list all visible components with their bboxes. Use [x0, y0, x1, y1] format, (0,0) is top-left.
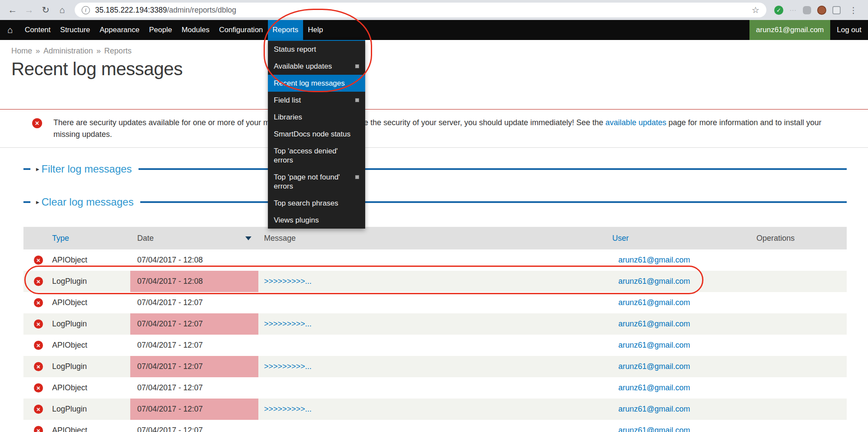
logout-link[interactable]: Log out [830, 20, 868, 40]
user-link[interactable]: arunz61@gmail.com [618, 277, 690, 286]
browser-chrome: ← → ↻ ⌂ i 35.185.222.194:3389/admin/repo… [0, 0, 868, 20]
message-cell [258, 292, 612, 313]
user-cell: arunz61@gmail.com [612, 292, 751, 313]
user-cell: arunz61@gmail.com [612, 356, 751, 377]
dropdown-item-top-page-not-found-errors[interactable]: Top 'page not found' errors [268, 169, 365, 195]
dropdown-item-field-list[interactable]: Field list [268, 92, 365, 109]
toolbar-item-appearance[interactable]: Appearance [95, 20, 145, 40]
operations-cell [751, 313, 847, 335]
toolbar-item-structure[interactable]: Structure [56, 20, 95, 40]
user-link[interactable]: arunz61@gmail.com [618, 405, 690, 413]
dropdown-item-smartdocs-node-status[interactable]: SmartDocs node status [268, 126, 365, 143]
type-cell: ×LogPlugin [23, 271, 130, 292]
breadcrumb-link-administration[interactable]: Administration [43, 47, 93, 55]
clear-fieldset-toggle[interactable]: ▸Clear log messages [36, 196, 134, 208]
extension-check-icon[interactable]: ✓ [774, 6, 783, 15]
site-info-icon[interactable]: i [82, 6, 90, 14]
sort-by-user-link[interactable]: User [612, 234, 629, 243]
bookmark-star-icon[interactable]: ☆ [752, 5, 759, 15]
available-updates-link[interactable]: available updates [605, 118, 666, 127]
extensions-area: ✓ ⋯ ⋮ [771, 5, 864, 15]
sort-by-type-link[interactable]: Type [52, 234, 69, 243]
user-link[interactable]: arunz61@gmail.com [618, 426, 690, 432]
operations-cell [751, 420, 847, 432]
dropdown-item-recent-log-messages[interactable]: Recent log messages [268, 75, 365, 92]
extension-gray-icon[interactable] [803, 6, 811, 14]
log-type: LogPlugin [52, 319, 87, 328]
toolbar-item-content[interactable]: Content [20, 20, 56, 40]
filter-fieldset-toggle[interactable]: ▸Filter log messages [36, 163, 132, 175]
user-link[interactable]: arunz61@gmail.com [618, 319, 690, 328]
log-type: APIObject [52, 298, 87, 307]
toolbar-home-icon[interactable]: ⌂ [0, 20, 20, 40]
type-cell: ×LogPlugin [23, 356, 130, 377]
error-severity-icon: × [34, 341, 43, 350]
extension-square-icon[interactable] [832, 6, 841, 14]
dropdown-item-available-updates[interactable]: Available updates [268, 58, 365, 75]
user-cell: arunz61@gmail.com [612, 420, 751, 432]
user-header: User [612, 227, 751, 249]
log-table-body: ×APIObject07/04/2017 - 12:08arunz61@gmai… [23, 249, 847, 432]
dropdown-item-status-report[interactable]: Status report [268, 41, 365, 58]
date-cell: 07/04/2017 - 12:07 [130, 313, 258, 335]
user-link[interactable]: arunz61@gmail.com [618, 298, 690, 307]
log-message-link[interactable]: >>>>>>>>>... [264, 319, 312, 328]
dropdown-item-libraries[interactable]: Libraries [268, 109, 365, 126]
fieldset-line [139, 168, 847, 170]
user-cell: arunz61@gmail.com [612, 377, 751, 399]
browser-menu-icon[interactable]: ⋮ [847, 5, 860, 15]
error-severity-icon: × [34, 298, 43, 307]
dropdown-item-views-plugins[interactable]: Views plugins [268, 212, 365, 229]
date-cell: 07/04/2017 - 12:08 [130, 271, 258, 292]
user-link[interactable]: arunz61@gmail.com [618, 256, 690, 264]
breadcrumb-link-reports[interactable]: Reports [104, 47, 132, 55]
message-cell: >>>>>>>>>... [258, 271, 612, 292]
forward-icon[interactable]: → [21, 2, 37, 18]
browser-home-icon[interactable]: ⌂ [54, 2, 70, 18]
user-link[interactable]: arunz61@gmail.com [618, 341, 690, 349]
table-row: ×APIObject07/04/2017 - 12:08arunz61@gmai… [23, 249, 847, 271]
toolbar-item-people[interactable]: People [144, 20, 177, 40]
address-bar[interactable]: i 35.185.222.194:3389/admin/reports/dblo… [75, 3, 766, 17]
extension-dots-icon[interactable]: ⋯ [789, 6, 797, 14]
breadcrumb-separator: » [96, 47, 101, 55]
dropdown-item-label: Libraries [274, 113, 359, 122]
table-row: ×LogPlugin07/04/2017 - 12:07>>>>>>>>>...… [23, 313, 847, 335]
page-content: Home»Administration»Reports Recent log m… [0, 40, 868, 432]
fieldset-label: Filter log messages [42, 163, 132, 175]
dropdown-item-label: Top 'page not found' errors [274, 173, 352, 191]
type-cell: ×APIObject [23, 420, 130, 432]
log-message-link[interactable]: >>>>>>>>>... [264, 405, 312, 413]
dropdown-item-label: Top 'access denied' errors [274, 146, 359, 165]
toolbar-item-configuration[interactable]: Configuration [214, 20, 267, 40]
log-table: Type Date Message User Operations ×APIOb… [23, 227, 847, 432]
admin-toolbar: ⌂ ContentStructureAppearancePeopleModule… [0, 20, 868, 40]
log-type: LogPlugin [52, 277, 87, 286]
clear-fieldset: ▸Clear log messages [23, 196, 847, 209]
dropdown-item-label: Field list [274, 96, 352, 105]
collapsed-arrow-icon: ▸ [36, 198, 40, 206]
error-severity-icon: × [34, 256, 43, 265]
user-cell: arunz61@gmail.com [612, 313, 751, 335]
user-link[interactable]: arunz61@gmail.com [618, 383, 690, 392]
toolbar-item-modules[interactable]: Modules [177, 20, 214, 40]
reports-dropdown-menu: Status reportAvailable updatesRecent log… [268, 40, 365, 229]
sort-by-date-header[interactable]: Date [130, 227, 258, 249]
user-link[interactable]: arunz61@gmail.com [618, 362, 690, 371]
dropdown-item-top-search-phrases[interactable]: Top search phrases [268, 195, 365, 212]
toolbar-item-help[interactable]: Help [303, 20, 328, 40]
account-email-badge[interactable]: arunz61@gmail.com [749, 20, 830, 40]
dropdown-item-label: Views plugins [274, 216, 359, 225]
breadcrumb-link-home[interactable]: Home [11, 47, 32, 55]
toolbar-item-reports[interactable]: Reports [268, 20, 304, 40]
log-message-link[interactable]: >>>>>>>>>... [264, 277, 312, 286]
operations-cell [751, 271, 847, 292]
reload-icon[interactable]: ↻ [37, 2, 54, 18]
type-header: Type [23, 227, 130, 249]
extension-brown-icon[interactable] [817, 6, 826, 15]
log-message-link[interactable]: >>>>>>>>>... [264, 362, 312, 371]
message-cell: >>>>>>>>>... [258, 399, 612, 420]
dropdown-item-top-access-denied-errors[interactable]: Top 'access denied' errors [268, 143, 365, 169]
type-cell: ×LogPlugin [23, 399, 130, 420]
back-icon[interactable]: ← [4, 2, 21, 18]
